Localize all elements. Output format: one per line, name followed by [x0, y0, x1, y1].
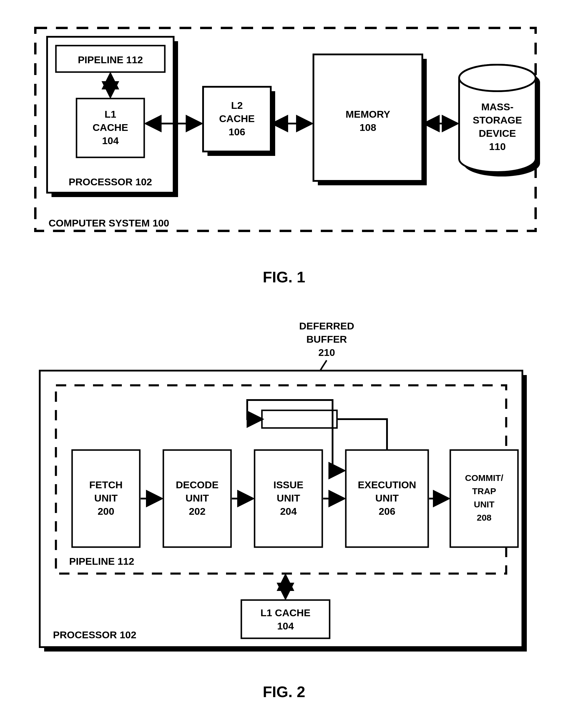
svg-text:COMMIT/: COMMIT/ — [465, 473, 504, 483]
svg-text:UNIT: UNIT — [474, 499, 494, 509]
decode-unit: DECODE UNIT 202 — [163, 450, 231, 547]
svg-text:UNIT: UNIT — [375, 492, 399, 504]
svg-text:204: 204 — [280, 506, 297, 517]
storage-line1: MASS- — [481, 101, 514, 112]
deferred-line2: BUFFER — [307, 334, 347, 345]
storage-line4: 110 — [489, 141, 506, 152]
svg-text:206: 206 — [379, 506, 396, 517]
l1-line2: CACHE — [93, 122, 128, 133]
svg-text:DECODE: DECODE — [176, 479, 218, 490]
svg-point-6 — [459, 65, 536, 91]
svg-rect-30 — [241, 600, 330, 638]
l2-line3: 106 — [229, 126, 245, 137]
l2-line2: CACHE — [219, 113, 255, 124]
memory-box: MEMORY 108 — [314, 54, 427, 185]
processor-label-2: PROCESSOR 102 — [53, 629, 136, 640]
deferred-line3: 210 — [319, 347, 335, 358]
issue-unit: ISSUE UNIT 204 — [254, 450, 322, 547]
svg-text:EXECUTION: EXECUTION — [358, 479, 416, 490]
mass-storage-device: MASS- STORAGE DEVICE 110 — [459, 65, 540, 176]
svg-text:202: 202 — [189, 506, 206, 517]
svg-text:ISSUE: ISSUE — [273, 479, 304, 490]
svg-text:200: 200 — [98, 506, 114, 517]
fig2-caption: FIG. 2 — [263, 683, 305, 700]
l2-cache-box: L2 CACHE 106 — [203, 87, 275, 156]
memory-line1: MEMORY — [346, 109, 390, 120]
processor-box: PROCESSOR 102 PIPELINE 112 L1 CACHE 104 — [47, 37, 178, 197]
figure-1: COMPUTER SYSTEM 100 PROCESSOR 102 PIPELI… — [35, 28, 540, 231]
figure-2: DEFERRED BUFFER 210 PROCESSOR 102 PIPELI… — [40, 320, 527, 652]
l1-cache-box-2: L1 CACHE 104 — [241, 600, 330, 638]
pipeline-label: PIPELINE 112 — [78, 54, 143, 65]
commit-trap-unit: COMMIT/ TRAP UNIT 208 — [450, 450, 518, 547]
storage-line3: DEVICE — [479, 128, 516, 139]
svg-rect-25 — [450, 450, 518, 547]
svg-text:TRAP: TRAP — [472, 486, 496, 496]
l1-line3: 104 — [102, 135, 119, 146]
storage-line2: STORAGE — [473, 114, 522, 126]
svg-text:L1 CACHE: L1 CACHE — [260, 607, 311, 618]
svg-text:FETCH: FETCH — [89, 479, 122, 490]
execution-unit: EXECUTION UNIT 206 — [346, 450, 428, 547]
svg-text:UNIT: UNIT — [276, 492, 300, 504]
processor-label: PROCESSOR 102 — [69, 176, 152, 187]
pipeline-label-2: PIPELINE 112 — [69, 556, 134, 567]
fetch-unit: FETCH UNIT 200 — [72, 450, 140, 547]
l1-line1: L1 — [104, 109, 116, 120]
deferred-buffer-box — [262, 410, 337, 428]
computer-system-label: COMPUTER SYSTEM 100 — [49, 217, 169, 229]
processor-box-2: PROCESSOR 102 PIPELINE 112 FETCH UNIT 20… — [40, 371, 527, 652]
fig1-caption: FIG. 1 — [263, 269, 305, 286]
deferred-line1: DEFERRED — [299, 320, 354, 331]
svg-text:UNIT: UNIT — [94, 492, 118, 504]
memory-line2: 108 — [360, 122, 377, 133]
svg-text:104: 104 — [277, 620, 294, 632]
l2-line1: L2 — [231, 100, 243, 111]
svg-text:208: 208 — [477, 513, 492, 522]
svg-text:UNIT: UNIT — [185, 492, 209, 504]
